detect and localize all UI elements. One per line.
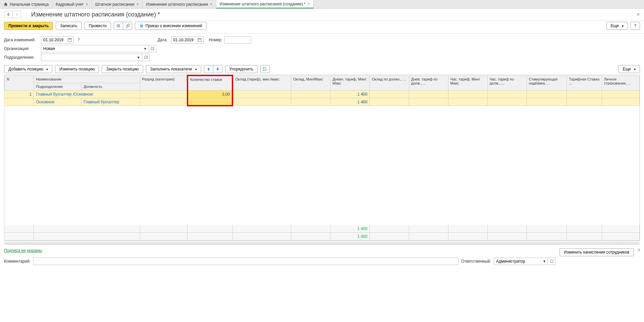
col-position[interactable]: Должность [82,83,140,90]
print-order-button[interactable]: Приказ о внесении изменений [135,22,207,30]
nav-back-button[interactable] [4,11,13,18]
col-hourly-minmax[interactable]: Час. тариф, Мин/Макс [448,75,487,90]
change-accruals-button[interactable]: Изменить начисления сотрудников [559,248,634,256]
close-icon[interactable]: × [308,1,310,6]
tab-hr[interactable]: Кадровый учет × [52,0,92,8]
cell-subdiv: Основное [34,98,82,106]
help-button[interactable]: ? [631,22,640,30]
signatures-link-row: Подписи не указаны Изменить начисления с… [0,246,644,256]
close-position-button[interactable]: Закрыть позицию [102,65,143,73]
col-insurance[interactable]: Личное страхование, ... [602,75,639,90]
close-page-button[interactable]: × [636,11,640,18]
change-date-input[interactable] [41,36,66,44]
tab-label: Начальная страница [10,2,49,7]
table-row[interactable]: Основное Главный бухгалтер 1 400 [5,98,640,106]
calendar-icon[interactable] [196,36,204,44]
help-link[interactable]: ? [77,38,80,42]
col-salary[interactable]: Оклад (тариф), мин./макс. [232,75,291,90]
tab-label: Изменение штатного расписания (создание)… [220,2,306,6]
col-count[interactable]: Количество ставок [187,75,233,90]
col-salary-by-pos[interactable]: Оклад по должн., ... [370,75,409,90]
cell-count[interactable]: 3,00 [187,90,233,98]
open-icon[interactable] [142,54,150,61]
horizontal-scrollbar[interactable] [4,241,640,245]
col-daily-by-pos[interactable]: Днев. тариф по долж., ... [409,75,448,90]
cell-position: Главный бухгалтер [82,98,140,106]
close-icon[interactable]: × [210,2,213,7]
post-button[interactable]: Провести [85,22,111,30]
signatures-link[interactable]: Подписи не указаны [4,248,42,253]
cell-name: Главный бухгалтер /Основное/ [34,90,140,98]
number-input[interactable] [224,36,251,44]
open-icon[interactable] [149,45,156,52]
close-icon[interactable]: × [86,2,88,7]
home-icon [3,2,8,7]
tab-changes[interactable]: Изменения штатного расписания × [143,0,216,8]
svg-rect-7 [68,39,71,39]
attach-button[interactable] [123,22,132,30]
svg-rect-14 [550,260,553,263]
org-input[interactable] [41,45,142,52]
move-down-button[interactable] [213,65,222,73]
total-daily-1: 1 400 [330,225,370,233]
tab-bar: Начальная страница Кадровый учет × Штатн… [0,0,644,9]
cell-grade [140,90,187,98]
comment-input[interactable] [33,258,459,265]
fill-indicators-button[interactable]: Заполнить показатели [146,65,201,73]
subdiv-input[interactable] [41,54,135,61]
cell-daily: 1 400 [330,90,370,98]
grid-more-button[interactable]: Еще [619,65,640,73]
totals-row: 1 400 [5,225,640,233]
svg-rect-4 [141,24,143,25]
svg-rect-5 [141,26,143,28]
add-position-button[interactable]: Добавить позицию [4,65,52,73]
move-up-button[interactable] [204,65,213,73]
col-bonus[interactable]: Стимулирующая надбавка, ... [527,75,567,90]
col-subdiv[interactable]: Подразделение [34,83,82,90]
svg-rect-1 [117,25,120,26]
col-name[interactable]: Наименование [34,75,140,83]
responsible-label: Ответственный: [461,259,491,264]
open-icon[interactable] [548,258,555,265]
col-tariff-rate[interactable]: Тарифная Ставка ... [567,75,602,90]
col-hourly-by-pos[interactable]: Час. тариф по долж., ... [487,75,527,90]
edit-position-button[interactable]: Изменить позицию [55,65,99,73]
calendar-icon[interactable] [66,36,73,44]
cell-daily-2: 1 400 [330,98,370,106]
save-button[interactable]: Записать [56,22,82,30]
table-row[interactable]: 1 Главный бухгалтер /Основное/ 3,00 1 40… [5,90,640,98]
col-grade[interactable]: Разряд (категория) [140,75,187,90]
svg-rect-10 [151,47,154,50]
help-link[interactable]: ? [638,248,640,256]
totals-row: 1 400 [5,233,640,240]
register-records-button[interactable] [114,22,123,30]
dropdown-icon[interactable]: ▾ [142,45,149,52]
col-n[interactable]: N [5,75,34,90]
sort-button[interactable]: Упорядочить [225,65,258,73]
change-date-label: Дата изменений: [4,38,39,42]
col-salary-minmax[interactable]: Оклад, Мин/Макс [291,75,330,90]
post-and-close-button[interactable]: Провести и закрыть [4,22,53,30]
columns-settings-button[interactable] [260,65,270,73]
tab-staff[interactable]: Штатное расписание × [92,0,143,8]
cell-salary-minmax [291,90,330,98]
cell-salary [232,90,291,98]
dropdown-icon[interactable]: ▾ [541,258,548,265]
tab-label: Изменения штатного расписания [146,2,208,7]
main-toolbar: Провести и закрыть Записать Провести При… [0,20,644,34]
attach-group [114,22,132,30]
date-input[interactable] [171,36,196,44]
org-label: Организация: [4,46,39,51]
tab-home[interactable]: Начальная страница [0,0,52,8]
responsible-input[interactable] [494,258,541,265]
svg-rect-0 [117,24,120,25]
col-daily-minmax[interactable]: Дневн. тариф, Мин/Макс [330,75,370,90]
tab-label: Штатное расписание [95,2,135,7]
tab-edit[interactable]: Изменение штатного расписания (создание)… [216,0,314,8]
form-header: Дата изменений: ? Дата: Номер: Организац… [0,34,644,64]
close-icon[interactable]: × [137,2,139,7]
print-order-label: Приказ о внесении изменений [146,23,202,28]
more-button[interactable]: Еще [606,22,628,30]
nav-forward-button[interactable] [12,11,21,18]
dropdown-icon[interactable]: ▾ [135,54,142,61]
